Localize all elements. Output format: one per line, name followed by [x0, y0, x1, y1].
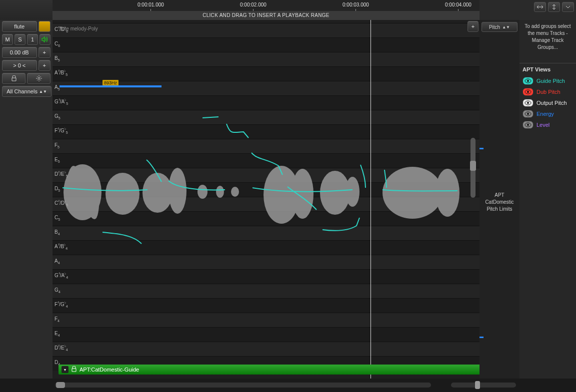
view-label: Output Pitch: [536, 100, 567, 106]
lock-icon[interactable]: [2, 73, 26, 84]
view-toggle-row[interactable]: Output Pitch: [522, 97, 573, 108]
view-toggle-row[interactable]: Guide Pitch: [522, 75, 573, 86]
svg-point-0: [38, 77, 40, 79]
stretch-horizontal-icon[interactable]: [534, 2, 546, 12]
chevron-down-icon[interactable]: ▾: [62, 366, 68, 373]
svg-point-10: [320, 171, 350, 215]
zoom-thumb[interactable]: [475, 381, 480, 389]
scrollbar-thumb[interactable]: [56, 382, 65, 388]
view-label: Guide Pitch: [536, 78, 565, 84]
view-label: Energy: [536, 111, 554, 117]
gain-field[interactable]: 0.00 dB: [2, 47, 37, 58]
svg-point-6: [216, 186, 224, 198]
view-toggle-row[interactable]: Level: [522, 119, 573, 130]
right-panel: To add groups select the menu Tracks - M…: [520, 20, 576, 379]
zoom-slider[interactable]: [451, 383, 516, 388]
vertical-range-slider[interactable]: [470, 138, 476, 198]
stretch-vertical-icon[interactable]: [548, 2, 560, 12]
view-label: Level: [536, 122, 550, 128]
eye-icon[interactable]: [522, 77, 534, 85]
svg-point-17: [527, 91, 529, 93]
time-ruler[interactable]: 0:00:01.000 0:00:02.000 0:00:03.000 0:00…: [52, 0, 480, 20]
eye-icon[interactable]: [522, 88, 534, 96]
speaker-icon[interactable]: [40, 34, 50, 45]
solo-button[interactable]: S: [14, 34, 26, 45]
ruler-tick: 0:00:02.000: [240, 2, 266, 7]
top-left-spacer: [0, 0, 52, 20]
guide-track-label: APT:CatDomestic-Guide: [80, 367, 139, 373]
eye-icon[interactable]: [522, 110, 534, 118]
svg-point-19: [527, 102, 529, 104]
svg-point-2: [106, 173, 140, 215]
ruler-tick: 0:00:04.000: [445, 2, 472, 7]
view-toggle-row[interactable]: Energy: [522, 108, 573, 119]
side-mid-top-spacer: [480, 0, 520, 20]
ruler-tick: 0:00:01.000: [138, 2, 164, 7]
svg-point-3: [142, 173, 172, 213]
svg-point-9: [292, 169, 314, 219]
waveform-icon: [52, 20, 478, 379]
view-toggle-row[interactable]: Dub Pitch: [522, 86, 573, 97]
svg-point-11: [346, 177, 360, 207]
mute-button[interactable]: M: [2, 34, 13, 45]
svg-point-21: [527, 113, 529, 115]
guide-track-strip[interactable]: ▾ APT:CatDomestic-Guide: [58, 365, 480, 375]
playhead[interactable]: [370, 20, 371, 379]
gear-icon[interactable]: [27, 73, 50, 84]
svg-point-4: [168, 168, 186, 214]
apt-views-panel: APT Views Guide PitchDub PitchOutput Pit…: [520, 63, 576, 132]
apt-limits-label: APT CatDomestic Pitch Limits: [480, 192, 520, 213]
ruler-marks: 0:00:01.000 0:00:02.000 0:00:03.000 0:00…: [52, 0, 480, 11]
track-controls: flute M S 1 0.00 dB + > 0 < + All Chann: [0, 20, 52, 379]
chevron-down-icon[interactable]: [562, 2, 574, 12]
horizontal-scrollbar[interactable]: [55, 383, 431, 388]
svg-point-12: [382, 167, 442, 219]
svg-point-7: [231, 187, 239, 197]
lock-icon: [72, 366, 76, 373]
svg-point-23: [527, 124, 529, 126]
ruler-hint: CLICK AND DRAG TO INSERT A PLAYBACK RANG…: [52, 11, 480, 20]
track-name-button[interactable]: flute: [2, 21, 37, 32]
groups-hint: To add groups select the menu Tracks - M…: [520, 20, 576, 63]
svg-point-13: [436, 169, 460, 217]
gain-plus-button[interactable]: +: [38, 47, 51, 58]
pan-plus-button[interactable]: +: [38, 60, 51, 71]
top-right-icons: [520, 0, 576, 20]
side-mid-panel: Pitch▲▼ APT CatDomestic Pitch Limits: [480, 20, 520, 379]
svg-point-5: [198, 185, 208, 199]
view-label: Dub Pitch: [536, 89, 560, 95]
eye-icon[interactable]: [522, 99, 534, 107]
track-number[interactable]: 1: [27, 34, 38, 45]
channels-dropdown[interactable]: All Channels ▲▼: [2, 86, 52, 97]
pan-field[interactable]: > 0 <: [2, 60, 37, 71]
eye-icon[interactable]: [522, 121, 534, 129]
ruler-tick: 0:00:03.000: [342, 2, 369, 7]
view-mode-dropdown[interactable]: Pitch▲▼: [482, 22, 518, 32]
track-color-swatch[interactable]: [38, 21, 51, 32]
bottom-bar: [0, 379, 576, 392]
pitch-editor[interactable]: C♯/D♭6C6B5A♯/B♭5A5G♯/A♭5G5F♯/G♭5F5E5D♯/E…: [52, 20, 480, 379]
svg-point-1: [64, 164, 102, 220]
add-track-button[interactable]: +: [468, 21, 478, 32]
svg-point-15: [527, 80, 529, 82]
apt-views-title: APT Views: [522, 66, 573, 72]
